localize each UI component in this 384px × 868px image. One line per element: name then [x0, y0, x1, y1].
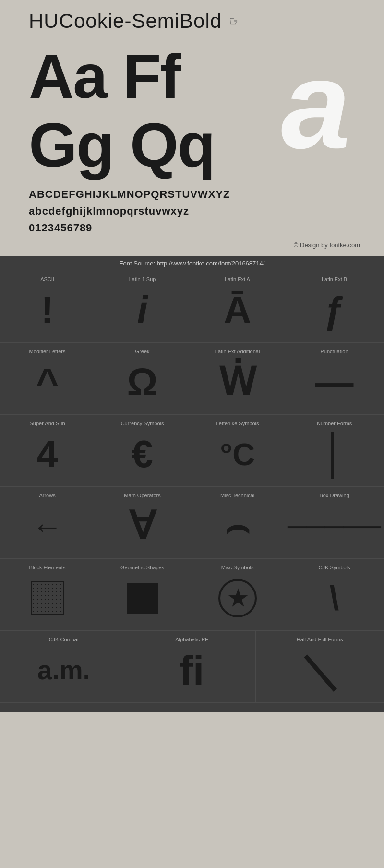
- glyph-char-cjksymbols: \: [330, 575, 339, 622]
- glyph-label-ascii: ASCII: [40, 277, 54, 282]
- glyph-cell-halffullforms: Half And Full Forms ＼: [256, 631, 384, 703]
- glyph-char-miscsymbols: ★: [218, 575, 257, 622]
- glyph-cell-blockelements: Block Elements: [0, 559, 95, 631]
- glyph-label-greek: Greek: [135, 349, 150, 354]
- glyph-cell-ascii: ASCII !: [0, 271, 95, 343]
- glyph-label-cjksymbols: CJK Symbols: [319, 565, 350, 570]
- glyph-cell-latinexta: Latin Ext A Ā: [190, 271, 285, 343]
- glyph-label-miscsymbols: Misc Symbols: [221, 565, 254, 570]
- glyph-label-latinexta: Latin Ext A: [225, 277, 250, 282]
- glyph-label-mathops: Math Operators: [124, 493, 160, 498]
- glyph-cell-cjksymbols: CJK Symbols \: [285, 559, 384, 631]
- glyph-char-arrows: ←: [32, 503, 63, 550]
- glyph-char-boxdrawing: ─────: [288, 503, 381, 550]
- glyph-cell-modifier: Modifier Letters ^: [0, 343, 95, 415]
- glyph-char-punctuation: —: [315, 359, 354, 406]
- glyph-char-currency: €: [132, 431, 153, 478]
- glyph-label-cjkcompat: CJK Compat: [49, 637, 79, 642]
- glyph-char-ascii: !: [41, 287, 54, 334]
- glyph-label-latinextb: Latin Ext B: [322, 277, 347, 282]
- glyph-label-latinextadd: Latin Ext Additional: [215, 349, 260, 354]
- glyph-char-latinexta: Ā: [224, 287, 252, 334]
- glyph-cell-mathops: Math Operators ∀: [95, 487, 190, 559]
- glyph-char-geoshapes: [127, 575, 158, 622]
- glyph-char-letterlike: °C: [220, 431, 255, 478]
- hand-icon: ☞: [229, 13, 241, 29]
- glyph-cell-latin1sup: Latin 1 Sup i: [95, 271, 190, 343]
- glyph-label-misctechnical: Misc Technical: [220, 493, 254, 498]
- glyph-cell-cjkcompat: CJK Compat a.m.: [0, 631, 128, 703]
- glyph-char-mathops: ∀: [129, 503, 156, 550]
- glyph-char-blockelements: [31, 575, 64, 622]
- glyph-label-alphabeticpf: Alphabetic PF: [175, 637, 208, 642]
- glyph-label-letterlike: Letterlike Symbols: [216, 421, 259, 426]
- glyph-label-arrows: Arrows: [39, 493, 55, 498]
- glyph-cell-supersub: Super And Sub 4: [0, 415, 95, 487]
- digit-string: 0123456789: [29, 219, 365, 236]
- glyph-char-greek: Ω: [127, 359, 158, 406]
- glyph-char-latin1sup: i: [137, 287, 147, 334]
- glyph-char-misctechnical: ⌢: [225, 503, 250, 550]
- glyph-char-cjkcompat: a.m.: [37, 647, 90, 694]
- glyph-char-alphabeticpf: ﬁ: [180, 647, 204, 694]
- glyph-cell-punctuation: Punctuation —: [285, 343, 384, 415]
- glyph-label-blockelements: Block Elements: [29, 565, 66, 570]
- glyph-label-latin1sup: Latin 1 Sup: [129, 277, 156, 282]
- lowercase-alphabet: abcdefghijklmnopqrstuvwxyz: [29, 203, 365, 219]
- glyph-cell-geoshapes: Geometric Shapes: [95, 559, 190, 631]
- watermark-char: a: [281, 42, 350, 167]
- glyph-label-modifier: Modifier Letters: [29, 349, 66, 354]
- glyph-char-numberforms: │: [323, 431, 347, 478]
- glyph-label-punctuation: Punctuation: [321, 349, 348, 354]
- glyphs-grid: ASCII ! Latin 1 Sup i Latin Ext A Ā Lati…: [0, 271, 384, 631]
- glyph-cell-currency: Currency Symbols €: [95, 415, 190, 487]
- glyph-label-boxdrawing: Box Drawing: [319, 493, 349, 498]
- glyph-cell-greek: Greek Ω: [95, 343, 190, 415]
- glyph-cell-numberforms: Number Forms │: [285, 415, 384, 487]
- bottom-glyphs-grid: CJK Compat a.m. Alphabetic PF ﬁ Half And…: [0, 631, 384, 703]
- glyph-cell-latinextadd: Latin Ext Additional Ẇ: [190, 343, 285, 415]
- glyph-char-halffullforms: ＼: [300, 647, 340, 694]
- glyph-char-supersub: 4: [36, 431, 58, 478]
- glyph-label-geoshapes: Geometric Shapes: [120, 565, 164, 570]
- glyph-label-supersub: Super And Sub: [30, 421, 65, 426]
- copyright-text: © Design by fontke.com: [294, 241, 360, 249]
- glyph-cell-alphabeticpf: Alphabetic PF ﬁ: [128, 631, 256, 703]
- glyph-label-currency: Currency Symbols: [121, 421, 164, 426]
- glyph-cell-letterlike: Letterlike Symbols °C: [190, 415, 285, 487]
- glyph-label-halffullforms: Half And Full Forms: [297, 637, 343, 642]
- font-title: HUCookie-SemiBold: [29, 10, 222, 33]
- font-source: Font Source: http://www.fontke.com/font/…: [120, 260, 265, 267]
- glyph-char-latinextadd: Ẇ: [218, 359, 256, 406]
- glyph-cell-miscsymbols: Misc Symbols ★: [190, 559, 285, 631]
- glyph-cell-misctechnical: Misc Technical ⌢: [190, 487, 285, 559]
- glyph-cell-boxdrawing: Box Drawing ─────: [285, 487, 384, 559]
- glyph-label-numberforms: Number Forms: [317, 421, 352, 426]
- glyph-char-latinextb: ƒ: [324, 287, 345, 334]
- uppercase-alphabet: ABCDEFGHIJKLMNOPQRSTUVWXYZ: [29, 186, 365, 203]
- glyph-cell-arrows: Arrows ←: [0, 487, 95, 559]
- glyph-cell-latinextb: Latin Ext B ƒ: [285, 271, 384, 343]
- glyph-char-modifier: ^: [36, 359, 59, 406]
